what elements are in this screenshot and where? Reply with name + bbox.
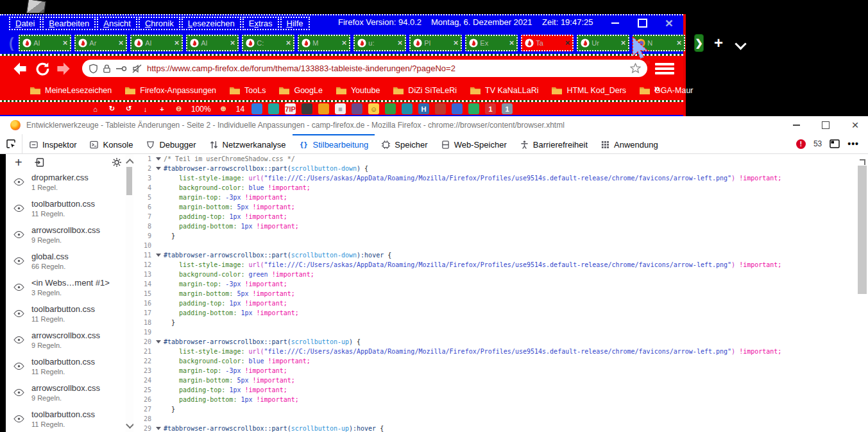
stylesheet-item[interactable]: arrowscrollbox.css9 Regeln. [6,221,126,248]
fold-gutter[interactable] [153,424,164,432]
person-icon[interactable] [452,103,463,114]
close-button[interactable]: × [850,120,860,130]
code-line[interactable]: 16 padding-top: 1px !important; [133,298,856,308]
tab-close-icon[interactable]: × [621,39,626,47]
scroll-up-icon[interactable] [126,159,134,167]
tab-anwendung[interactable]: Anwendung [594,134,665,153]
menu-datei[interactable]: Datei [9,17,41,30]
options-gear-icon[interactable] [112,157,122,168]
scroll-down-icon[interactable] [126,420,134,429]
bookmark-item[interactable]: DiZi SiTeLeRi [393,86,457,95]
forward-button[interactable] [53,59,74,78]
editor-scrollbar[interactable] [856,154,868,432]
back-button[interactable] [9,59,31,78]
code-line[interactable]: 13 background-color: green !important; [133,270,856,279]
visibility-eye-icon[interactable] [6,363,31,370]
menu-bearbeiten[interactable]: Bearbeiten [42,17,96,30]
code-line[interactable]: 19 [133,327,856,337]
new-window-icon[interactable]: + [157,103,167,114]
code-line[interactable]: 29#tabbrowser-arrowscrollbox::part(scrol… [133,424,856,432]
tab-close-icon[interactable]: × [677,39,682,47]
palette-icon[interactable] [435,103,446,114]
browser-tab[interactable]: Al× [130,35,183,51]
code-line[interactable]: 1/* Teil im userChromeShadow.css */ [133,154,856,164]
notes-icon[interactable]: ≡ [335,103,346,114]
import-stylesheet-icon[interactable] [34,157,45,168]
browser-tab[interactable]: u:× [353,35,406,51]
tab-close-icon[interactable]: × [286,39,291,47]
code-line[interactable]: 18 } [133,318,856,327]
stylesheet-item[interactable]: dropmarker.css1 Regel. [6,169,126,195]
tab-close-icon[interactable]: × [342,39,347,47]
download-icon[interactable]: ↓ [140,103,151,114]
tools-icon[interactable] [302,103,312,114]
menu-lesezeichen[interactable]: Lesezeichen [182,17,241,30]
bookmark-item[interactable]: HTML Kod_Ders [551,86,626,95]
code-line[interactable]: 8 padding-bottom: 1px !important; [133,221,856,231]
bookmark-item[interactable]: GoogLe [278,86,322,95]
close-button[interactable]: × [664,18,674,28]
stylesheet-item[interactable]: arrowscrollbox.css9 Regeln. [6,327,126,353]
menu-ansicht[interactable]: Ansicht [97,17,137,30]
code-line[interactable]: 14 margin-top: -3px !important; [133,279,856,289]
scroll-up-icon[interactable] [860,159,865,165]
h-icon[interactable]: H [418,103,429,114]
maximize-button[interactable] [821,120,831,130]
code-line[interactable]: 3 list-style-image: url("file:///C:/User… [133,173,856,183]
url-bar[interactable]: https://www.camp-firefox.de/forum/thema/… [82,60,647,77]
bookmark-item[interactable]: Firefox-Anpassungen [124,86,216,95]
new-stylesheet-button[interactable]: + [15,157,22,168]
stylesheet-item[interactable]: toolbarbutton.css11 Regeln. [6,353,126,379]
visibility-eye-icon[interactable] [6,231,31,238]
fold-gutter[interactable] [153,250,164,260]
bookmark-item[interactable]: GGA-Maur [639,86,693,95]
css-source-editor[interactable]: 1/* Teil im userChromeShadow.css */2#tab… [133,154,856,432]
tab-barrierefreiheit[interactable]: Barrierefreiheit [513,134,594,153]
fold-gutter[interactable] [153,337,164,347]
browser-tab[interactable]: Ur× [577,35,629,51]
code-line[interactable]: 15 margin-bottom: 5px !important; [133,289,856,298]
permissions-toggle-icon[interactable] [115,64,127,74]
stylesheet-item[interactable]: toolbarbutton.css11 Regeln. [6,300,126,327]
code-line[interactable]: 10 [133,241,856,250]
tab-konsole[interactable]: Konsole [83,134,139,153]
lock-icon[interactable] [103,64,111,74]
code-line[interactable]: 27 } [133,404,856,414]
visibility-eye-icon[interactable] [6,415,31,422]
scroll-tabs-left-icon[interactable]: ( [9,35,13,51]
gear-icon[interactable] [318,103,329,114]
visibility-eye-icon[interactable] [6,336,31,343]
code-line[interactable]: 4 background-color: blue !important; [133,183,856,193]
browser-tab[interactable]: Al× [19,35,71,51]
code-line[interactable]: 21 list-style-image: url("file:///C:/Use… [133,347,856,356]
zoom-level[interactable]: 100% [190,103,212,114]
browser-tab[interactable]: C:× [242,35,294,51]
stylesheet-item[interactable]: toolbarbutton.css11 Regeln. [6,406,126,432]
browser-tab[interactable]: Al× [186,35,239,51]
tab-close-icon[interactable]: × [398,39,403,47]
stylesheet-item[interactable]: toolbarbutton.css11 Regeln. [6,195,126,221]
bookmark-item[interactable]: MeineLesezeichen [30,86,112,95]
zip-icon[interactable]: 7IP [285,103,296,114]
tab-stilbearbeitung[interactable]: {}Stilbearbeitung [293,134,375,153]
visibility-eye-icon[interactable] [6,284,31,291]
code-line[interactable]: 26 padding-bottom: 1px !important; [133,395,856,404]
autoplay-blocked-icon[interactable] [132,64,142,74]
browser-tab[interactable]: Pl× [409,35,462,51]
bookmark-item[interactable]: TooLs [229,86,266,95]
bookmark-item[interactable]: Youtube [336,86,380,95]
sidebar-scrollbar[interactable] [126,154,133,432]
code-line[interactable]: 7 padding-top: 1px !important; [133,212,856,221]
home-icon[interactable]: ⌂ [90,103,101,114]
book-icon[interactable] [385,103,396,114]
scroll-tabs-right-button[interactable]: ❯ [694,34,704,52]
stylesheet-item[interactable]: arrowscrollbox.css9 Regeln. [6,379,126,406]
menu-hilfe[interactable]: Hilfe [280,17,310,30]
scrollbar-thumb[interactable] [858,166,867,294]
minimize-button[interactable] [791,120,801,130]
zoom-out-icon[interactable]: ⊖ [173,103,184,114]
browser-tab[interactable]: Ta× [521,35,574,51]
code-line[interactable]: 25 padding-top: 1px !important; [133,385,856,395]
maximize-button[interactable] [637,18,647,28]
error-badge-icon[interactable]: ! [796,139,806,149]
